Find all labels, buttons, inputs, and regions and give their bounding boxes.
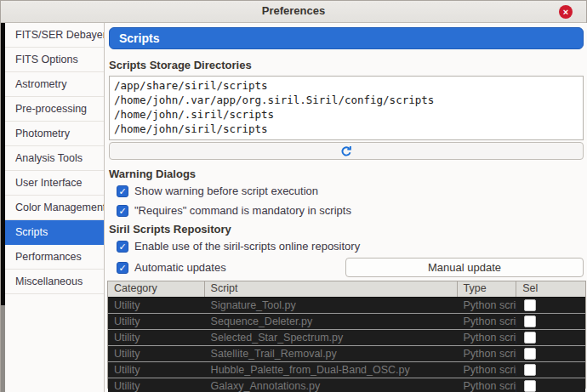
cell-category: Utility xyxy=(108,332,205,344)
refresh-scripts-button[interactable] xyxy=(109,142,584,160)
title-bar: Preferences × xyxy=(1,1,586,23)
requires-mandatory-checkbox[interactable]: ✓ xyxy=(117,205,128,217)
cell-category: Utility xyxy=(108,299,205,311)
sidebar-item-analysis-tools[interactable]: Analysis Tools xyxy=(5,146,104,171)
sidebar-item-user-interface[interactable]: User Interface xyxy=(5,171,104,196)
script-path-line: /home/john/siril/scripts xyxy=(114,122,578,136)
cell-category: Utility xyxy=(108,315,205,327)
sidebar-item-photometry[interactable]: Photometry xyxy=(5,122,104,146)
cell-type: Python script xyxy=(458,380,517,392)
sidebar-item-performances[interactable]: Performances xyxy=(5,245,104,270)
row-select-checkbox[interactable] xyxy=(524,364,536,376)
storage-directories-label: Scripts Storage Directories xyxy=(109,59,252,71)
table-row[interactable]: Utility Hubble_Palette_from_Dual-Band_OS… xyxy=(108,362,585,378)
automatic-updates-label: Automatic updates xyxy=(134,261,226,274)
cell-script: Sequence_Deleter.py xyxy=(205,315,458,327)
cell-category: Utility xyxy=(108,348,205,360)
cell-type: Python script xyxy=(458,348,517,360)
table-row[interactable]: Utility Signature_Tool.py Python script xyxy=(108,298,585,314)
column-header-type[interactable]: Type xyxy=(458,281,517,297)
cell-script: Galaxy_Annotations.py xyxy=(205,380,458,392)
cell-type: Python script xyxy=(458,364,517,376)
enable-online-repo-label: Enable use of the siril-scripts online r… xyxy=(134,240,360,253)
refresh-icon xyxy=(340,145,352,157)
warning-dialogs-label: Warning Dialogs xyxy=(109,168,196,180)
table-row[interactable]: Utility Selected_Star_Spectrum.py Python… xyxy=(108,330,585,346)
row-select-checkbox[interactable] xyxy=(524,299,536,311)
cell-type: Python script xyxy=(458,332,517,344)
row-select-checkbox[interactable] xyxy=(524,315,536,327)
row-select-checkbox[interactable] xyxy=(524,332,536,344)
row-select-checkbox[interactable] xyxy=(524,380,536,392)
sidebar-item-scripts[interactable]: Scripts xyxy=(5,220,104,245)
sidebar-item-fits-ser-debayer[interactable]: FITS/SER Debayer xyxy=(5,23,104,48)
column-header-category[interactable]: Category xyxy=(108,281,205,297)
show-warning-checkbox[interactable]: ✓ xyxy=(117,185,128,197)
table-row[interactable]: Utility Galaxy_Annotations.py Python scr… xyxy=(108,378,585,392)
page-title: Scripts xyxy=(109,27,584,49)
cell-script: Signature_Tool.py xyxy=(205,299,458,311)
cell-type: Python script xyxy=(458,299,517,311)
script-path-line: /home/john/.var/app/org.siril.Siril/conf… xyxy=(114,93,578,107)
cell-script: Hubble_Palette_from_Dual-Band_OSC.py xyxy=(205,364,458,376)
sidebar-item-pre-processing[interactable]: Pre-processing xyxy=(5,97,104,122)
script-paths-textarea[interactable]: /app/share/siril/scripts /home/john/.var… xyxy=(109,76,584,140)
table-header-row: Category Script Type Sel xyxy=(108,281,585,298)
preferences-sidebar: FITS/SER Debayer FITS Options Astrometry… xyxy=(5,23,105,392)
close-icon[interactable]: × xyxy=(559,5,573,19)
cell-script: Selected_Star_Spectrum.py xyxy=(205,332,458,344)
row-select-checkbox[interactable] xyxy=(524,348,536,360)
manual-update-button[interactable]: Manual update xyxy=(345,258,584,277)
sidebar-item-color-management[interactable]: Color Management xyxy=(5,196,104,220)
preferences-window: Preferences × FITS/SER Debayer FITS Opti… xyxy=(0,0,587,392)
column-header-sel[interactable]: Sel xyxy=(516,281,585,297)
sidebar-item-fits-options[interactable]: FITS Options xyxy=(5,48,104,72)
scripts-table: Category Script Type Sel Utility Signatu… xyxy=(107,281,586,389)
table-row[interactable]: Utility Satellite_Trail_Removal.py Pytho… xyxy=(108,346,585,362)
cell-category: Utility xyxy=(108,380,205,392)
sidebar-item-miscellaneous[interactable]: Miscellaneous xyxy=(5,270,104,294)
show-warning-label: Show warning before script execution xyxy=(134,185,318,197)
scripts-panel: Scripts Scripts Storage Directories /app… xyxy=(105,23,587,392)
script-path-line: /app/share/siril/scripts xyxy=(114,78,578,93)
table-row[interactable]: Utility Sequence_Deleter.py Python scrip… xyxy=(108,314,585,330)
enable-online-repo-checkbox[interactable]: ✓ xyxy=(117,241,128,253)
cell-category: Utility xyxy=(108,364,205,376)
automatic-updates-checkbox[interactable]: ✓ xyxy=(117,262,128,274)
scripts-repository-label: Siril Scripts Repository xyxy=(109,223,231,236)
window-title: Preferences xyxy=(1,4,586,17)
script-path-line: /home/john/.siril/scripts xyxy=(114,107,578,122)
sidebar-item-astrometry[interactable]: Astrometry xyxy=(5,72,104,97)
cell-script: Satellite_Trail_Removal.py xyxy=(205,348,458,360)
column-header-script[interactable]: Script xyxy=(205,281,458,297)
cell-type: Python script xyxy=(458,315,517,327)
requires-mandatory-label: "Requires" command is mandatory in scrip… xyxy=(134,204,351,217)
